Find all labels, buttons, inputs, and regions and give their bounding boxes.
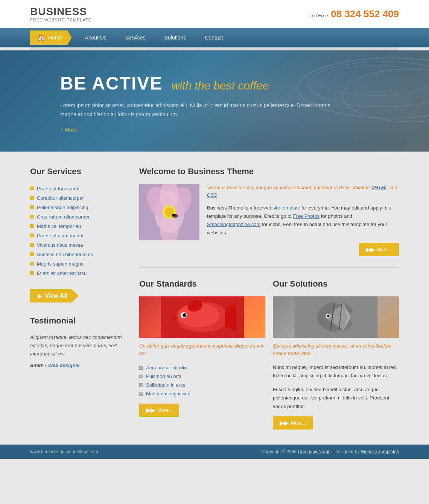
footer-copyright: Copyright © 2048 Company Name - Designed… xyxy=(262,449,399,454)
sidebar: Our Services Praesent turpis erat Curabi… xyxy=(30,167,128,430)
testimonial-text: Aliquam tristique, lectus nec condimentu… xyxy=(30,333,128,358)
footer: www.heritagechristiancollege.com Copyrig… xyxy=(0,445,429,459)
hero-banner: BE ACTIVE with the best coffee Lorem ips… xyxy=(0,50,429,152)
solutions-body1: Nunc mi neque, imperdiet sed interdum eu… xyxy=(273,363,399,380)
bullet-icon xyxy=(30,271,34,275)
list-item[interactable]: Aenean sollicitudin xyxy=(139,363,265,372)
phone-area: Toll Free: 08 324 552 409 xyxy=(309,8,399,20)
free-photos-link[interactable]: Free Photos xyxy=(293,213,319,219)
welcome-more-area: ▶▶ More... xyxy=(207,243,399,256)
website-templates-link[interactable]: Website Templates xyxy=(361,449,399,454)
angel-fish-svg xyxy=(295,296,377,338)
phone-label: Toll Free: xyxy=(309,13,329,18)
welcome-more-label: More... xyxy=(377,247,392,252)
bullet-icon xyxy=(30,243,34,247)
hero-main-title: BE ACTIVE xyxy=(60,73,163,93)
bullet-icon xyxy=(139,392,143,396)
hero-decoration-svg xyxy=(278,50,429,126)
standards-more-button[interactable]: ▶▶ More... xyxy=(139,404,179,417)
bullet-icon xyxy=(30,187,34,190)
bullet-icon xyxy=(30,252,34,256)
solutions-image xyxy=(273,296,399,338)
view-all-button[interactable]: ▶ View All xyxy=(30,289,79,303)
solutions-section: Our Solutions xyxy=(273,279,399,430)
list-item[interactable]: Mauris sapien magna xyxy=(30,259,128,269)
header: BUSINESS FREE WEBSITE TEMPLATE Toll Free… xyxy=(0,0,429,28)
list-item[interactable]: Maecenas dignissim xyxy=(139,389,265,398)
solutions-caption: Quisque adipiscing ultrices massa, sit a… xyxy=(273,342,399,358)
bullet-icon xyxy=(30,196,34,200)
bullet-icon xyxy=(139,366,143,370)
logo-title: BUSINESS xyxy=(30,6,91,18)
standards-caption: Curabitur quis augue eget mauris vulputa… xyxy=(139,342,265,358)
solutions-nav-item[interactable]: Solutions xyxy=(155,31,196,44)
welcome-text-area: Vivamus risus massa, congue ac varius si… xyxy=(207,184,399,256)
svg-point-0 xyxy=(297,58,429,118)
home-nav-label: Home xyxy=(48,35,62,41)
svg-point-2 xyxy=(320,65,429,96)
services-nav-item[interactable]: Services xyxy=(116,31,155,44)
list-item[interactable]: Etiam sit amet est arcu xyxy=(30,269,128,278)
list-item[interactable]: Curabitur ullamcorper xyxy=(30,193,128,203)
testimonial-title: Testimonial xyxy=(30,316,128,326)
list-item[interactable]: Mattis vel tempor eu xyxy=(30,222,128,231)
footer-website: www.heritagechristiancollege.com xyxy=(30,449,98,454)
hero-more-link[interactable]: + More xyxy=(60,127,399,133)
smashing-link[interactable]: SmashingMagazine.com xyxy=(207,222,260,227)
svg-point-20 xyxy=(183,313,186,317)
bullet-icon xyxy=(30,205,34,209)
list-item[interactable]: Praesent turpis erat xyxy=(30,184,128,193)
logo-area: BUSINESS FREE WEBSITE TEMPLATE xyxy=(30,6,91,22)
red-fish-svg xyxy=(161,296,244,338)
welcome-section: Vivamus risus massa, congue ac varius si… xyxy=(139,184,399,268)
solutions-body2: Fusce fringilla, dui sed blandit luctus,… xyxy=(273,386,399,410)
welcome-body: Business Theme is a free website templat… xyxy=(207,204,399,237)
standards-image xyxy=(139,296,265,338)
testimonial-section: Testimonial Aliquam tristique, lectus ne… xyxy=(30,316,128,368)
bullet-icon xyxy=(30,215,34,219)
list-item[interactable]: Cras rutrum ullamcorper xyxy=(30,212,128,222)
css-link[interactable]: CSS xyxy=(207,192,217,198)
more-arrow-icon: ▶▶ xyxy=(146,407,155,414)
home-icon: 🏠 xyxy=(38,34,45,41)
view-all-label: View All xyxy=(45,293,67,299)
svg-point-13 xyxy=(172,214,176,216)
navigation: 🏠 Home About Us Services Solutions Conta… xyxy=(0,28,429,47)
main-content-area: Welcome to Business Theme xyxy=(139,167,399,430)
welcome-image xyxy=(139,184,199,240)
list-item[interactable]: Pellentesque adipiscing xyxy=(30,203,128,212)
solutions-title: Our Solutions xyxy=(273,279,399,289)
more-arrow-icon: ▶▶ xyxy=(366,246,375,253)
list-item[interactable]: Sodales nec bibendum eu xyxy=(30,250,128,259)
welcome-title: Welcome to Business Theme xyxy=(139,167,399,176)
company-name-link[interactable]: Company Name xyxy=(298,449,331,454)
svg-point-3 xyxy=(342,69,429,122)
svg-point-21 xyxy=(171,316,177,320)
services-title: Our Services xyxy=(30,167,128,176)
standards-list: Aenean sollicitudin Euismod eu orci Soll… xyxy=(139,363,265,398)
testimonial-role-link[interactable]: Web designer xyxy=(48,363,80,368)
bullet-icon xyxy=(139,375,143,378)
about-nav-item[interactable]: About Us xyxy=(75,31,116,44)
testimonial-author: Smith - Web designer xyxy=(30,363,128,368)
welcome-more-button[interactable]: ▶▶ More... xyxy=(359,243,399,256)
bottom-sections: Our Standards xyxy=(139,279,399,430)
list-item[interactable]: Sollicitudin in eros xyxy=(139,381,265,389)
list-item[interactable]: Praesent diam mauris xyxy=(30,231,128,240)
arrow-icon: ▶ xyxy=(38,293,42,299)
contact-nav-item[interactable]: Contact xyxy=(195,31,232,44)
phone-number: 08 324 552 409 xyxy=(331,8,399,20)
main-content: Our Services Praesent turpis erat Curabi… xyxy=(0,152,429,445)
solutions-more-button[interactable]: ▶▶ More... xyxy=(273,416,313,430)
list-item[interactable]: Vivamus risus massa xyxy=(30,240,128,250)
services-list: Praesent turpis erat Curabitur ullamcorp… xyxy=(30,184,128,278)
xhtml-link[interactable]: XHTML xyxy=(371,185,388,190)
home-nav-button[interactable]: 🏠 Home xyxy=(30,30,72,45)
bullet-icon xyxy=(30,262,34,266)
website-template-link[interactable]: website template xyxy=(263,205,300,211)
hero-subtitle: with the best coffee xyxy=(172,79,269,92)
welcome-highlight: Vivamus risus massa, congue ac varius si… xyxy=(207,184,399,200)
standards-title: Our Standards xyxy=(139,279,265,289)
solutions-more-label: More... xyxy=(291,420,306,426)
list-item[interactable]: Euismod eu orci xyxy=(139,372,265,381)
